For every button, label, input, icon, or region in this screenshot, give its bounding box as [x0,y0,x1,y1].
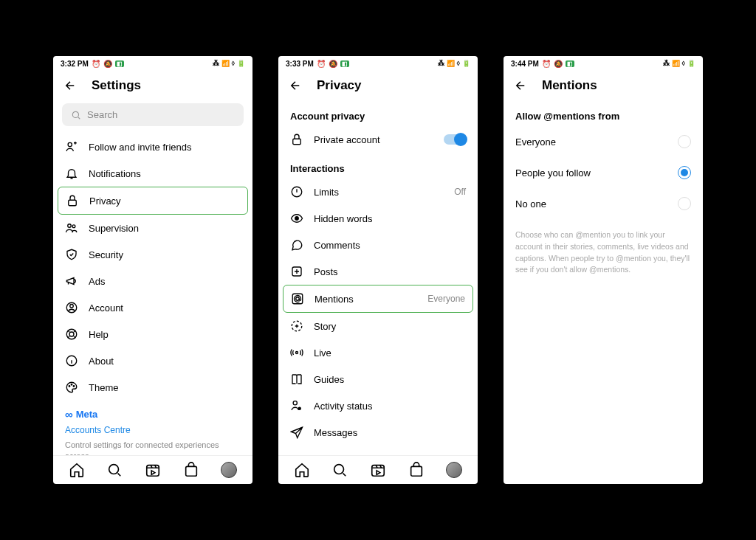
avatar-icon [446,462,462,478]
header: Privacy [278,71,478,100]
nav-profile-icon[interactable] [446,462,462,478]
item-label: Hidden words [314,213,466,224]
people-icon [65,221,78,235]
privacy-item-limits[interactable]: Limits Off [278,179,478,205]
settings-item-privacy[interactable]: Privacy [58,187,248,215]
nav-home-icon[interactable] [294,462,310,478]
svg-point-8 [69,332,74,336]
back-icon[interactable] [63,79,77,92]
svg-rect-2 [69,200,77,206]
mentions-option-people-you-follow[interactable]: People you follow [504,157,703,188]
privacy-item-mentions[interactable]: Mentions Everyone [283,285,473,313]
item-label: Follow and invite friends [89,142,241,153]
settings-item-supervision[interactable]: Supervision [53,215,252,241]
item-label: Activity status [314,401,466,412]
settings-item-security[interactable]: Security [53,241,252,268]
svg-point-6 [70,305,74,308]
privacy-item-hidden-words[interactable]: Hidden words [278,205,478,232]
privacy-item-guides[interactable]: Guides [278,366,478,392]
lock-icon [290,133,303,146]
radio-no-one[interactable] [678,197,691,210]
app-badge-icon: ◧ [566,60,574,67]
nav-search-icon[interactable] [106,462,123,478]
plus-square-icon [290,265,303,278]
item-label: Theme [89,382,241,393]
nav-shop-icon[interactable] [183,462,199,478]
item-trail: Off [454,187,466,197]
accounts-centre-link[interactable]: Accounts Centre [65,420,241,440]
radio-everyone[interactable] [678,135,691,148]
privacy-item-messages[interactable]: Messages [278,419,478,446]
search-placeholder: Search [87,109,117,120]
settings-item-theme[interactable]: Theme [53,374,252,401]
page-title: Settings [92,78,141,93]
header: Settings [53,71,252,100]
story-icon [290,319,303,333]
item-label: About [89,356,241,367]
bluetooth-icon: ⁂ [663,60,670,67]
chat-icon [290,238,303,252]
privacy-item-posts[interactable]: Posts [278,258,478,285]
dnd-icon: 🔕 [554,60,563,68]
signal-icon: 📶 [447,60,455,67]
svg-point-3 [68,224,72,228]
meta-brand: Meta [76,409,98,420]
dnd-icon: 🔕 [329,60,337,68]
warning-circle-icon [290,185,303,198]
palette-icon [65,381,78,394]
svg-point-0 [72,111,78,117]
private-toggle[interactable] [444,134,466,145]
battery-icon: 🔋 [237,60,245,67]
privacy-item-comments[interactable]: Comments [278,232,478,258]
mentions-content: Allow @mentions from Everyone People you… [504,100,703,484]
section-allow-mentions: Allow @mentions from [504,100,703,126]
status-bar: 3:32 PM ⏰ 🔕 ◧ ⁂ 📶 ◊ 🔋 [53,56,252,71]
clock: 3:32 PM [61,60,89,68]
wifi-icon: ◊ [232,60,235,67]
mentions-help-text: Choose who can @mention you to link your… [504,219,703,276]
nav-search-icon[interactable] [331,462,348,478]
privacy-item-private-account[interactable]: Private account [278,126,478,153]
bluetooth-icon: ⁂ [213,60,219,67]
radio-people-you-follow[interactable] [678,166,691,179]
item-label: Ads [89,276,241,287]
nav-shop-icon[interactable] [408,462,425,478]
status-bar: 3:44 PM ⏰ 🔕 ◧ ⁂ 📶 ◊ 🔋 [504,56,703,71]
svg-point-11 [71,384,72,386]
settings-item-help[interactable]: Help [53,321,252,347]
privacy-item-activity-status[interactable]: Activity status [278,392,478,419]
settings-item-account[interactable]: Account [53,294,252,321]
privacy-item-story[interactable]: Story [278,313,478,339]
mentions-option-everyone[interactable]: Everyone [504,126,703,157]
nav-profile-icon[interactable] [221,462,237,478]
info-icon [65,354,78,367]
settings-item-about[interactable]: About [53,347,252,374]
item-label: Mentions [315,294,417,305]
item-label: Supervision [89,223,241,234]
nav-reels-icon[interactable] [145,462,161,478]
nav-home-icon[interactable] [69,462,85,478]
back-icon[interactable] [514,79,527,92]
search-input[interactable]: Search [62,103,244,126]
item-label: Limits [314,187,444,198]
phone-settings: 3:32 PM ⏰ 🔕 ◧ ⁂ 📶 ◊ 🔋 Settings Search Fo… [53,56,252,484]
back-icon[interactable] [289,79,302,92]
person-circle-icon [65,301,78,314]
svg-point-18 [295,217,299,221]
bell-icon [65,167,78,180]
item-label: Comments [314,240,466,251]
signal-icon: 📶 [221,60,230,67]
settings-item-ads[interactable]: Ads [53,268,252,294]
app-badge-icon: ◧ [340,60,349,67]
privacy-item-live[interactable]: Live [278,339,478,366]
item-label: Story [314,321,466,332]
phone-mentions: 3:44 PM ⏰ 🔕 ◧ ⁂ 📶 ◊ 🔋 Mentions Allow @me… [504,56,703,484]
svg-point-12 [73,386,75,387]
settings-item-follow[interactable]: Follow and invite friends [53,134,252,160]
settings-item-notifications[interactable]: Notifications [53,160,252,187]
svg-point-24 [293,401,297,405]
mentions-option-no-one[interactable]: No one [504,188,703,219]
battery-icon: 🔋 [462,60,470,67]
nav-reels-icon[interactable] [370,462,386,478]
shield-icon [65,248,78,261]
